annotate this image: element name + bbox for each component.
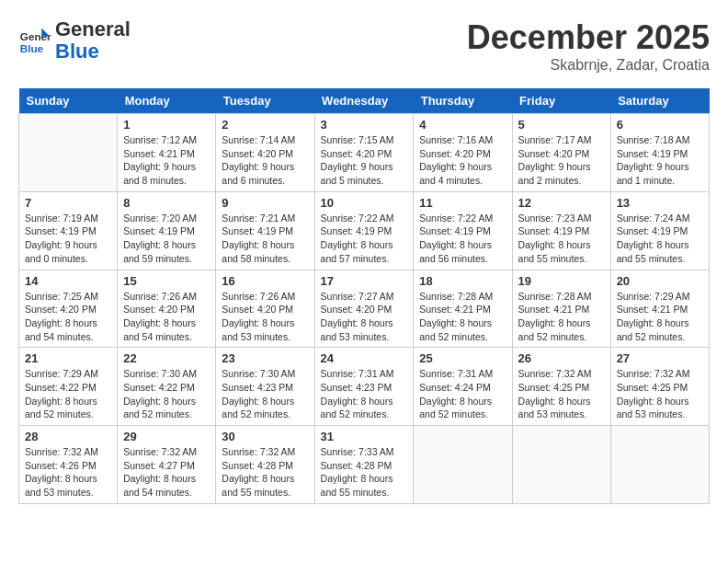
day-number: 22 — [123, 351, 210, 365]
day-number: 31 — [321, 430, 408, 443]
month-title: December 2025 — [467, 18, 710, 57]
day-info: Sunrise: 7:32 AMSunset: 4:28 PMDaylight:… — [222, 445, 308, 500]
day-cell: 13Sunrise: 7:24 AMSunset: 4:19 PMDayligh… — [610, 191, 709, 270]
header-thursday: Thursday — [414, 88, 512, 114]
calendar-header-row: SundayMondayTuesdayWednesdayThursdayFrid… — [19, 88, 710, 114]
day-number: 28 — [25, 430, 111, 443]
day-info: Sunrise: 7:29 AMSunset: 4:21 PMDaylight:… — [617, 290, 703, 344]
day-cell: 23Sunrise: 7:30 AMSunset: 4:23 PMDayligh… — [216, 348, 314, 426]
day-cell: 7Sunrise: 7:19 AMSunset: 4:19 PMDaylight… — [19, 191, 118, 270]
day-cell: 18Sunrise: 7:28 AMSunset: 4:21 PMDayligh… — [414, 270, 512, 348]
day-cell: 14Sunrise: 7:25 AMSunset: 4:20 PMDayligh… — [19, 270, 118, 348]
day-cell: 31Sunrise: 7:33 AMSunset: 4:28 PMDayligh… — [314, 426, 414, 504]
day-info: Sunrise: 7:21 AMSunset: 4:19 PMDaylight:… — [222, 212, 308, 266]
day-number: 9 — [222, 196, 308, 210]
day-cell — [414, 426, 512, 504]
day-info: Sunrise: 7:22 AMSunset: 4:19 PMDaylight:… — [419, 212, 506, 266]
title-block: December 2025 Skabrnje, Zadar, Croatia — [467, 18, 710, 74]
day-number: 6 — [617, 118, 703, 132]
day-cell: 5Sunrise: 7:17 AMSunset: 4:20 PMDaylight… — [512, 114, 610, 192]
day-number: 8 — [123, 196, 210, 210]
day-info: Sunrise: 7:20 AMSunset: 4:19 PMDaylight:… — [123, 212, 210, 266]
logo-general: General — [55, 17, 131, 40]
day-number: 25 — [419, 351, 506, 365]
header-monday: Monday — [118, 88, 216, 114]
day-number: 14 — [25, 274, 111, 288]
day-cell: 28Sunrise: 7:32 AMSunset: 4:26 PMDayligh… — [19, 426, 118, 504]
day-info: Sunrise: 7:28 AMSunset: 4:21 PMDaylight:… — [419, 290, 506, 344]
day-cell — [19, 114, 118, 192]
day-cell — [512, 426, 610, 504]
day-info: Sunrise: 7:22 AMSunset: 4:19 PMDaylight:… — [321, 212, 408, 266]
day-cell: 12Sunrise: 7:23 AMSunset: 4:19 PMDayligh… — [512, 191, 610, 270]
day-info: Sunrise: 7:31 AMSunset: 4:23 PMDaylight:… — [321, 367, 408, 421]
day-number: 16 — [222, 274, 308, 288]
day-info: Sunrise: 7:29 AMSunset: 4:22 PMDaylight:… — [25, 367, 111, 421]
day-number: 29 — [123, 430, 210, 443]
day-info: Sunrise: 7:32 AMSunset: 4:25 PMDaylight:… — [518, 367, 605, 421]
day-number: 24 — [321, 351, 408, 365]
day-cell: 10Sunrise: 7:22 AMSunset: 4:19 PMDayligh… — [314, 191, 414, 270]
day-cell: 8Sunrise: 7:20 AMSunset: 4:19 PMDaylight… — [118, 191, 216, 270]
day-cell: 26Sunrise: 7:32 AMSunset: 4:25 PMDayligh… — [512, 348, 610, 426]
header-friday: Friday — [512, 88, 610, 114]
day-number: 10 — [321, 196, 408, 210]
week-row-2: 7Sunrise: 7:19 AMSunset: 4:19 PMDaylight… — [19, 191, 710, 270]
day-info: Sunrise: 7:23 AMSunset: 4:19 PMDaylight:… — [518, 212, 605, 266]
day-number: 15 — [123, 274, 210, 288]
header-saturday: Saturday — [610, 88, 709, 114]
day-cell: 16Sunrise: 7:26 AMSunset: 4:20 PMDayligh… — [216, 270, 314, 348]
logo: General Blue General Blue — [18, 18, 131, 63]
day-info: Sunrise: 7:26 AMSunset: 4:20 PMDaylight:… — [222, 290, 308, 344]
header-tuesday: Tuesday — [216, 88, 314, 114]
day-number: 5 — [518, 118, 605, 132]
week-row-4: 21Sunrise: 7:29 AMSunset: 4:22 PMDayligh… — [19, 348, 710, 426]
day-cell: 15Sunrise: 7:26 AMSunset: 4:20 PMDayligh… — [118, 270, 216, 348]
location-subtitle: Skabrnje, Zadar, Croatia — [467, 57, 710, 74]
logo-blue: Blue — [55, 40, 99, 63]
day-number: 27 — [617, 351, 703, 365]
day-cell: 24Sunrise: 7:31 AMSunset: 4:23 PMDayligh… — [314, 348, 414, 426]
day-number: 13 — [617, 196, 703, 210]
day-info: Sunrise: 7:28 AMSunset: 4:21 PMDaylight:… — [518, 290, 605, 344]
day-cell: 27Sunrise: 7:32 AMSunset: 4:25 PMDayligh… — [610, 348, 709, 426]
day-number: 30 — [222, 430, 308, 443]
day-info: Sunrise: 7:18 AMSunset: 4:19 PMDaylight:… — [617, 133, 703, 188]
day-info: Sunrise: 7:32 AMSunset: 4:27 PMDaylight:… — [123, 445, 210, 500]
day-number: 7 — [25, 196, 111, 210]
day-info: Sunrise: 7:30 AMSunset: 4:22 PMDaylight:… — [123, 367, 210, 421]
day-info: Sunrise: 7:32 AMSunset: 4:26 PMDaylight:… — [25, 445, 111, 500]
day-info: Sunrise: 7:14 AMSunset: 4:20 PMDaylight:… — [222, 133, 308, 188]
day-cell: 25Sunrise: 7:31 AMSunset: 4:24 PMDayligh… — [414, 348, 512, 426]
day-number: 23 — [222, 351, 308, 365]
day-number: 18 — [419, 274, 506, 288]
day-number: 1 — [123, 118, 210, 132]
day-info: Sunrise: 7:33 AMSunset: 4:28 PMDaylight:… — [321, 445, 408, 500]
day-number: 17 — [321, 274, 408, 288]
day-number: 26 — [518, 351, 605, 365]
day-cell: 4Sunrise: 7:16 AMSunset: 4:20 PMDaylight… — [414, 114, 512, 192]
day-number: 12 — [518, 196, 605, 210]
day-info: Sunrise: 7:15 AMSunset: 4:20 PMDaylight:… — [321, 133, 408, 188]
day-info: Sunrise: 7:12 AMSunset: 4:21 PMDaylight:… — [123, 133, 210, 188]
day-info: Sunrise: 7:24 AMSunset: 4:19 PMDaylight:… — [617, 212, 703, 266]
day-cell: 11Sunrise: 7:22 AMSunset: 4:19 PMDayligh… — [414, 191, 512, 270]
day-cell: 30Sunrise: 7:32 AMSunset: 4:28 PMDayligh… — [216, 426, 314, 504]
day-cell: 2Sunrise: 7:14 AMSunset: 4:20 PMDaylight… — [216, 114, 314, 192]
week-row-5: 28Sunrise: 7:32 AMSunset: 4:26 PMDayligh… — [19, 426, 710, 504]
day-cell: 1Sunrise: 7:12 AMSunset: 4:21 PMDaylight… — [118, 114, 216, 192]
day-info: Sunrise: 7:26 AMSunset: 4:20 PMDaylight:… — [123, 290, 210, 344]
day-number: 21 — [25, 351, 111, 365]
page-header: General Blue General Blue December 2025 … — [18, 18, 710, 74]
day-cell: 9Sunrise: 7:21 AMSunset: 4:19 PMDaylight… — [216, 191, 314, 270]
day-cell: 21Sunrise: 7:29 AMSunset: 4:22 PMDayligh… — [19, 348, 118, 426]
day-info: Sunrise: 7:27 AMSunset: 4:20 PMDaylight:… — [321, 290, 408, 344]
day-number: 4 — [419, 118, 506, 132]
day-info: Sunrise: 7:25 AMSunset: 4:20 PMDaylight:… — [25, 290, 111, 344]
day-number: 3 — [321, 118, 408, 132]
day-cell: 29Sunrise: 7:32 AMSunset: 4:27 PMDayligh… — [118, 426, 216, 504]
day-cell: 20Sunrise: 7:29 AMSunset: 4:21 PMDayligh… — [610, 270, 709, 348]
day-cell: 3Sunrise: 7:15 AMSunset: 4:20 PMDaylight… — [314, 114, 414, 192]
header-wednesday: Wednesday — [314, 88, 414, 114]
day-cell: 17Sunrise: 7:27 AMSunset: 4:20 PMDayligh… — [314, 270, 414, 348]
